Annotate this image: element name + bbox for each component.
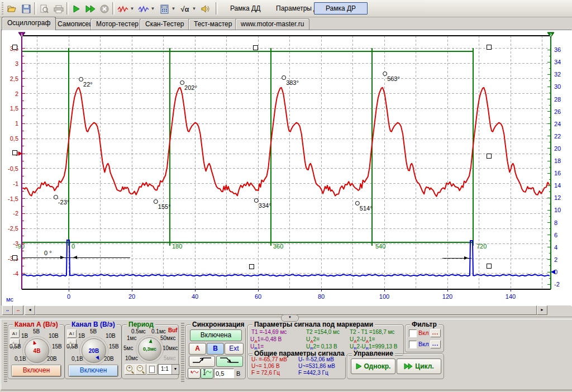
toolbar-separator bbox=[112, 2, 115, 15]
zoom-in-button[interactable]: + bbox=[125, 364, 136, 375]
marker-param-cell: UA2-UA1= bbox=[350, 336, 375, 344]
sync-state-button[interactable]: Включена bbox=[190, 329, 242, 341]
signal-b-button[interactable] bbox=[136, 2, 151, 16]
sync-source-ext-button[interactable]: Ext bbox=[225, 343, 244, 355]
calculator-dropdown[interactable]: ▼ bbox=[170, 2, 177, 15]
chevron-down-icon[interactable]: ▼ bbox=[171, 365, 179, 374]
sync-source-b-button[interactable]: В bbox=[207, 343, 224, 355]
scope-plot[interactable]: -900180360540720363432302826242220181614… bbox=[1, 30, 572, 306]
tab-website[interactable]: www.motor-master.ru bbox=[235, 18, 309, 30]
channel-a-range-knob[interactable]: 4В bbox=[25, 338, 49, 363]
zoom-out-button[interactable]: − bbox=[135, 364, 146, 375]
sync-source-a-button[interactable]: А bbox=[189, 343, 206, 355]
play-icon bbox=[73, 5, 80, 13]
channel-a-coupling-button[interactable]: А↕ bbox=[10, 329, 20, 338]
filter-a-checkbox[interactable] bbox=[409, 329, 417, 337]
angle-marker[interactable] bbox=[54, 195, 58, 199]
tab-scan-tester[interactable]: Скан-Тестер bbox=[140, 18, 190, 30]
calculator-button[interactable] bbox=[157, 2, 171, 16]
sync-mode1-button[interactable] bbox=[188, 368, 201, 379]
frame-handle[interactable] bbox=[487, 154, 491, 158]
channel-b-power-button[interactable]: Включен bbox=[69, 365, 118, 376]
marker-red-button[interactable]: .. bbox=[13, 305, 23, 315]
scroll-row: .. .. ◄ ► bbox=[1, 305, 571, 315]
sync-level-input[interactable] bbox=[214, 369, 234, 378]
common-param: U- =-65,77 мВ bbox=[251, 356, 287, 362]
angle-marker[interactable] bbox=[282, 76, 286, 80]
sqrt-alpha-icon: √α bbox=[180, 5, 189, 13]
waveform-channel-a bbox=[22, 88, 550, 197]
panel-grip[interactable] bbox=[180, 323, 185, 383]
save-button[interactable] bbox=[19, 2, 34, 16]
angle-marker[interactable] bbox=[154, 200, 158, 204]
stop-button[interactable] bbox=[97, 2, 112, 16]
open-file-button[interactable] bbox=[5, 2, 20, 16]
frame-handle[interactable] bbox=[12, 255, 17, 260]
tab-motor-tester[interactable]: Мотор-тестер bbox=[90, 18, 144, 30]
math-dropdown[interactable]: ▼ bbox=[191, 2, 197, 15]
sync-mode2-button[interactable] bbox=[201, 368, 213, 379]
angle-marker[interactable] bbox=[180, 81, 184, 85]
frame-handle[interactable] bbox=[487, 45, 491, 49]
svg-text:3: 3 bbox=[15, 60, 18, 67]
sound-button[interactable] bbox=[198, 2, 213, 16]
angle-marker[interactable] bbox=[79, 78, 83, 82]
toolbar-grip[interactable] bbox=[2, 2, 3, 15]
signal-b-dropdown[interactable]: ▼ bbox=[150, 2, 156, 15]
filter-b-more-button[interactable]: ... bbox=[432, 341, 438, 347]
cycle-run-button[interactable]: Цикл. bbox=[397, 358, 441, 374]
signal-a-dropdown[interactable]: ▼ bbox=[129, 2, 135, 15]
svg-text:720: 720 bbox=[476, 243, 487, 250]
period-knob[interactable]: 0,3мс bbox=[138, 337, 161, 361]
svg-text:10: 10 bbox=[554, 207, 561, 213]
svg-text:140: 140 bbox=[506, 293, 516, 300]
start-button[interactable] bbox=[69, 2, 84, 16]
marker-params-title: Параметры сигнала под маркерами bbox=[252, 321, 375, 328]
signal-a-button[interactable] bbox=[116, 2, 130, 16]
svg-text:22°: 22° bbox=[83, 81, 93, 88]
channel-a-power-button[interactable]: Включен bbox=[12, 365, 61, 376]
svg-text:-2: -2 bbox=[13, 210, 18, 217]
filter-a-more-button[interactable]: ... bbox=[432, 329, 438, 336]
marker-param-cell: UA1=-0,48 В bbox=[250, 336, 282, 344]
print-preview-button[interactable] bbox=[37, 2, 51, 16]
svg-text:мс: мс bbox=[6, 296, 14, 303]
angle-marker[interactable] bbox=[383, 72, 387, 76]
channel-b-range-knob[interactable]: 20В bbox=[82, 338, 106, 363]
frame-handle[interactable] bbox=[12, 150, 17, 155]
frame-handle[interactable] bbox=[249, 264, 254, 269]
start-cycle-button[interactable] bbox=[83, 2, 98, 16]
common-param: F =442,3 Гц bbox=[298, 370, 328, 376]
panel-collapse-button[interactable]: ▼ bbox=[281, 314, 299, 322]
channel-b-zero-arrow[interactable] bbox=[551, 270, 555, 274]
frame-handle[interactable] bbox=[12, 45, 17, 49]
frame-handle[interactable] bbox=[253, 45, 258, 50]
print-button[interactable] bbox=[51, 2, 66, 16]
scale-ratio-select[interactable]: 1:1 ▼ bbox=[158, 364, 179, 375]
tab-bar: Осциллограф Самописец Мотор-тестер Скан-… bbox=[0, 17, 572, 30]
new-page-button[interactable] bbox=[146, 364, 158, 375]
rising-edge-icon bbox=[191, 356, 213, 364]
svg-text:18: 18 bbox=[554, 157, 561, 164]
frame-dd-button[interactable]: Рамка ДД bbox=[226, 3, 265, 14]
single-run-button[interactable]: Однокр. bbox=[351, 358, 395, 374]
scroll-right-button[interactable]: ► bbox=[537, 305, 547, 315]
red-sync-icon bbox=[189, 369, 199, 376]
svg-text:26: 26 bbox=[554, 108, 561, 115]
knob-pointer bbox=[96, 356, 101, 361]
channel-b-coupling-button[interactable]: А↕ bbox=[67, 329, 77, 338]
angle-marker[interactable] bbox=[355, 202, 359, 205]
marker-blue-button[interactable]: .. bbox=[2, 305, 13, 315]
math-button[interactable]: √α bbox=[178, 2, 192, 16]
sync-edge-rising-button[interactable] bbox=[189, 356, 215, 367]
frame-dr-button[interactable]: Рамка ДР bbox=[314, 2, 368, 15]
filter-b-checkbox[interactable] bbox=[409, 341, 417, 348]
tab-test-master[interactable]: Тест-мастер bbox=[188, 18, 237, 30]
scroll-left-button[interactable]: ◄ bbox=[25, 305, 35, 315]
scroll-thumb[interactable] bbox=[35, 305, 537, 315]
frame-handle[interactable] bbox=[487, 264, 491, 268]
tab-oscilloscope[interactable]: Осциллограф bbox=[2, 17, 56, 30]
common-param: U~= 1,06 В bbox=[251, 363, 280, 369]
sync-edge-falling-button[interactable] bbox=[216, 356, 243, 367]
angle-marker[interactable] bbox=[254, 199, 258, 203]
